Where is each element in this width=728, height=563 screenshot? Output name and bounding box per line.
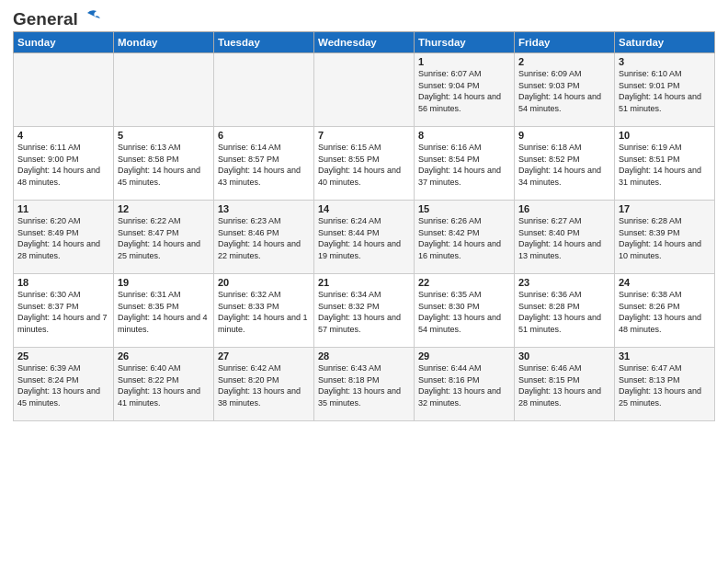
col-header-monday: Monday (114, 32, 214, 53)
day-info: Sunrise: 6:47 AM Sunset: 8:13 PM Dayligh… (619, 362, 711, 408)
day-info: Sunrise: 6:26 AM Sunset: 8:42 PM Dayligh… (418, 215, 510, 261)
day-number: 30 (518, 350, 610, 362)
day-number: 19 (118, 277, 210, 288)
day-info: Sunrise: 6:15 AM Sunset: 8:55 PM Dayligh… (318, 142, 410, 188)
day-number: 24 (619, 277, 711, 288)
calendar-cell (114, 53, 214, 127)
logo: General (13, 9, 100, 26)
day-number: 21 (318, 277, 410, 288)
calendar-cell: 12Sunrise: 6:22 AM Sunset: 8:47 PM Dayli… (114, 201, 214, 274)
day-number: 14 (318, 203, 410, 214)
col-header-tuesday: Tuesday (214, 32, 314, 53)
calendar-cell: 30Sunrise: 6:46 AM Sunset: 8:15 PM Dayli… (515, 348, 615, 421)
calendar-cell: 25Sunrise: 6:39 AM Sunset: 8:24 PM Dayli… (14, 348, 114, 421)
day-info: Sunrise: 6:24 AM Sunset: 8:44 PM Dayligh… (318, 215, 410, 261)
calendar-cell (314, 53, 415, 127)
day-info: Sunrise: 6:34 AM Sunset: 8:32 PM Dayligh… (318, 289, 410, 335)
day-info: Sunrise: 6:46 AM Sunset: 8:15 PM Dayligh… (518, 362, 610, 408)
day-info: Sunrise: 6:14 AM Sunset: 8:57 PM Dayligh… (218, 142, 310, 188)
day-info: Sunrise: 6:10 AM Sunset: 9:01 PM Dayligh… (619, 68, 711, 114)
day-info: Sunrise: 6:20 AM Sunset: 8:49 PM Dayligh… (17, 215, 109, 261)
day-number: 1 (418, 56, 510, 67)
day-info: Sunrise: 6:11 AM Sunset: 9:00 PM Dayligh… (17, 142, 109, 188)
logo-bird-icon (80, 9, 100, 26)
day-number: 7 (318, 130, 410, 141)
calendar-cell (14, 53, 114, 127)
day-info: Sunrise: 6:22 AM Sunset: 8:47 PM Dayligh… (118, 215, 210, 261)
day-info: Sunrise: 6:40 AM Sunset: 8:22 PM Dayligh… (118, 362, 210, 408)
day-number: 12 (118, 203, 210, 214)
day-number: 8 (418, 130, 510, 141)
day-info: Sunrise: 6:43 AM Sunset: 8:18 PM Dayligh… (318, 362, 410, 408)
day-info: Sunrise: 6:38 AM Sunset: 8:26 PM Dayligh… (619, 289, 711, 335)
page: General SundayMondayTuesdayWednesdayThur… (0, 0, 728, 563)
day-number: 20 (218, 277, 310, 288)
calendar-cell: 27Sunrise: 6:42 AM Sunset: 8:20 PM Dayli… (214, 348, 314, 421)
day-number: 29 (418, 350, 510, 362)
calendar-cell: 31Sunrise: 6:47 AM Sunset: 8:13 PM Dayli… (615, 348, 715, 421)
day-number: 22 (418, 277, 510, 288)
calendar-cell: 8Sunrise: 6:16 AM Sunset: 8:54 PM Daylig… (415, 127, 515, 201)
day-number: 16 (518, 203, 610, 214)
day-info: Sunrise: 6:44 AM Sunset: 8:16 PM Dayligh… (418, 362, 510, 408)
calendar-cell: 26Sunrise: 6:40 AM Sunset: 8:22 PM Dayli… (114, 348, 214, 421)
day-info: Sunrise: 6:39 AM Sunset: 8:24 PM Dayligh… (17, 362, 109, 408)
calendar-cell: 16Sunrise: 6:27 AM Sunset: 8:40 PM Dayli… (515, 201, 615, 274)
day-info: Sunrise: 6:27 AM Sunset: 8:40 PM Dayligh… (518, 215, 610, 261)
calendar-cell: 15Sunrise: 6:26 AM Sunset: 8:42 PM Dayli… (415, 201, 515, 274)
calendar-cell: 4Sunrise: 6:11 AM Sunset: 9:00 PM Daylig… (14, 127, 114, 201)
day-info: Sunrise: 6:31 AM Sunset: 8:35 PM Dayligh… (118, 289, 210, 335)
day-info: Sunrise: 6:32 AM Sunset: 8:33 PM Dayligh… (218, 289, 310, 335)
calendar-cell: 6Sunrise: 6:14 AM Sunset: 8:57 PM Daylig… (214, 127, 314, 201)
day-number: 9 (518, 130, 610, 141)
calendar-cell: 22Sunrise: 6:35 AM Sunset: 8:30 PM Dayli… (415, 274, 515, 348)
calendar-cell: 2Sunrise: 6:09 AM Sunset: 9:03 PM Daylig… (515, 53, 615, 127)
day-number: 11 (17, 203, 109, 214)
day-info: Sunrise: 6:09 AM Sunset: 9:03 PM Dayligh… (518, 68, 610, 114)
calendar-cell: 9Sunrise: 6:18 AM Sunset: 8:52 PM Daylig… (515, 127, 615, 201)
col-header-sunday: Sunday (14, 32, 114, 53)
day-info: Sunrise: 6:35 AM Sunset: 8:30 PM Dayligh… (418, 289, 510, 335)
day-number: 23 (518, 277, 610, 288)
calendar-table: SundayMondayTuesdayWednesdayThursdayFrid… (13, 31, 715, 421)
calendar-cell: 19Sunrise: 6:31 AM Sunset: 8:35 PM Dayli… (114, 274, 214, 348)
calendar-cell: 24Sunrise: 6:38 AM Sunset: 8:26 PM Dayli… (615, 274, 715, 348)
day-info: Sunrise: 6:18 AM Sunset: 8:52 PM Dayligh… (518, 142, 610, 188)
day-info: Sunrise: 6:36 AM Sunset: 8:28 PM Dayligh… (518, 289, 610, 335)
col-header-thursday: Thursday (415, 32, 515, 53)
calendar-cell: 20Sunrise: 6:32 AM Sunset: 8:33 PM Dayli… (214, 274, 314, 348)
day-info: Sunrise: 6:23 AM Sunset: 8:46 PM Dayligh… (218, 215, 310, 261)
day-number: 6 (218, 130, 310, 141)
day-info: Sunrise: 6:30 AM Sunset: 8:37 PM Dayligh… (17, 289, 109, 335)
col-header-wednesday: Wednesday (314, 32, 415, 53)
logo-general: General (13, 9, 78, 29)
calendar-cell: 21Sunrise: 6:34 AM Sunset: 8:32 PM Dayli… (314, 274, 415, 348)
calendar-cell: 29Sunrise: 6:44 AM Sunset: 8:16 PM Dayli… (415, 348, 515, 421)
calendar-cell: 7Sunrise: 6:15 AM Sunset: 8:55 PM Daylig… (314, 127, 415, 201)
calendar-cell: 5Sunrise: 6:13 AM Sunset: 8:58 PM Daylig… (114, 127, 214, 201)
calendar-cell: 1Sunrise: 6:07 AM Sunset: 9:04 PM Daylig… (415, 53, 515, 127)
day-number: 26 (118, 350, 210, 362)
day-number: 5 (118, 130, 210, 141)
calendar-cell: 14Sunrise: 6:24 AM Sunset: 8:44 PM Dayli… (314, 201, 415, 274)
day-info: Sunrise: 6:19 AM Sunset: 8:51 PM Dayligh… (619, 142, 711, 188)
calendar-cell: 23Sunrise: 6:36 AM Sunset: 8:28 PM Dayli… (515, 274, 615, 348)
day-number: 13 (218, 203, 310, 214)
day-number: 31 (619, 350, 711, 362)
calendar-cell (214, 53, 314, 127)
day-info: Sunrise: 6:13 AM Sunset: 8:58 PM Dayligh… (118, 142, 210, 188)
calendar-cell: 10Sunrise: 6:19 AM Sunset: 8:51 PM Dayli… (615, 127, 715, 201)
day-info: Sunrise: 6:16 AM Sunset: 8:54 PM Dayligh… (418, 142, 510, 188)
day-number: 15 (418, 203, 510, 214)
day-info: Sunrise: 6:28 AM Sunset: 8:39 PM Dayligh… (619, 215, 711, 261)
day-info: Sunrise: 6:42 AM Sunset: 8:20 PM Dayligh… (218, 362, 310, 408)
calendar-cell: 11Sunrise: 6:20 AM Sunset: 8:49 PM Dayli… (14, 201, 114, 274)
day-number: 17 (619, 203, 711, 214)
day-number: 2 (518, 56, 610, 67)
calendar-cell: 3Sunrise: 6:10 AM Sunset: 9:01 PM Daylig… (615, 53, 715, 127)
day-number: 18 (17, 277, 109, 288)
day-info: Sunrise: 6:07 AM Sunset: 9:04 PM Dayligh… (418, 68, 510, 114)
calendar-cell: 18Sunrise: 6:30 AM Sunset: 8:37 PM Dayli… (14, 274, 114, 348)
day-number: 25 (17, 350, 109, 362)
day-number: 3 (619, 56, 711, 67)
